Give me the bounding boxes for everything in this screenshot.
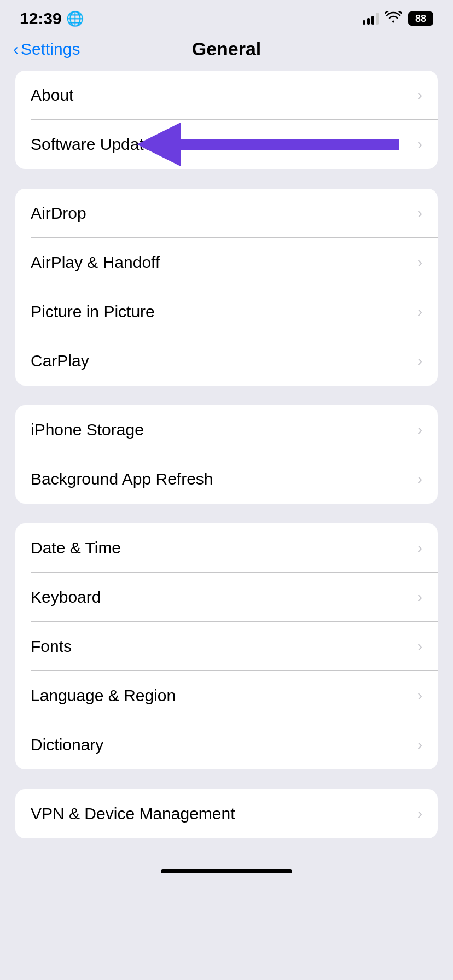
iphone-storage-label: iPhone Storage xyxy=(31,421,144,439)
svg-marker-0 xyxy=(137,122,399,166)
wifi-icon xyxy=(385,11,402,26)
settings-group-4: Date & Time › Keyboard › Fonts › Languag… xyxy=(15,523,438,769)
status-icons: 88 xyxy=(363,11,433,26)
time-label: 12:39 xyxy=(20,9,62,28)
battery-icon: 88 xyxy=(408,11,433,26)
settings-row-about[interactable]: About › xyxy=(15,71,438,120)
status-time: 12:39 🌐 xyxy=(20,9,84,28)
settings-group-1: About › Software Update › xyxy=(15,71,438,169)
keyboard-chevron-icon: › xyxy=(417,588,422,606)
language-region-chevron-icon: › xyxy=(417,687,422,704)
globe-icon: 🌐 xyxy=(66,10,84,27)
fonts-label: Fonts xyxy=(31,637,72,656)
settings-row-dictionary[interactable]: Dictionary › xyxy=(15,720,438,769)
settings-row-fonts[interactable]: Fonts › xyxy=(15,622,438,671)
about-label: About xyxy=(31,86,73,104)
picture-in-picture-label: Picture in Picture xyxy=(31,302,155,321)
arrow-annotation xyxy=(137,122,399,166)
settings-row-date-time[interactable]: Date & Time › xyxy=(15,523,438,573)
airdrop-label: AirDrop xyxy=(31,204,86,223)
settings-row-software-update[interactable]: Software Update › xyxy=(15,120,438,169)
date-time-chevron-icon: › xyxy=(417,539,422,557)
signal-icon xyxy=(363,13,379,25)
settings-row-iphone-storage[interactable]: iPhone Storage › xyxy=(15,405,438,454)
about-chevron-icon: › xyxy=(417,86,422,104)
iphone-storage-chevron-icon: › xyxy=(417,421,422,439)
settings-row-background-app-refresh[interactable]: Background App Refresh › xyxy=(15,454,438,504)
page-title: General xyxy=(192,38,262,60)
date-time-label: Date & Time xyxy=(31,539,121,557)
back-button[interactable]: ‹ Settings xyxy=(13,40,80,59)
vpn-device-management-chevron-icon: › xyxy=(417,805,422,822)
settings-group-3: iPhone Storage › Background App Refresh … xyxy=(15,405,438,504)
settings-row-carplay[interactable]: CarPlay › xyxy=(15,336,438,386)
fonts-chevron-icon: › xyxy=(417,638,422,655)
carplay-label: CarPlay xyxy=(31,352,89,370)
airdrop-chevron-icon: › xyxy=(417,205,422,222)
picture-in-picture-chevron-icon: › xyxy=(417,303,422,320)
back-chevron-icon: ‹ xyxy=(13,40,19,59)
dictionary-chevron-icon: › xyxy=(417,736,422,754)
settings-group-2: AirDrop › AirPlay & Handoff › Picture in… xyxy=(15,189,438,386)
settings-row-airplay-handoff[interactable]: AirPlay & Handoff › xyxy=(15,238,438,287)
language-region-label: Language & Region xyxy=(31,686,176,705)
settings-row-language-region[interactable]: Language & Region › xyxy=(15,671,438,720)
software-update-label: Software Update xyxy=(31,135,153,154)
settings-content: About › Software Update › AirDrop › AirP… xyxy=(0,71,453,838)
back-label: Settings xyxy=(21,40,80,59)
airplay-handoff-label: AirPlay & Handoff xyxy=(31,253,160,272)
vpn-device-management-label: VPN & Device Management xyxy=(31,804,235,823)
background-app-refresh-chevron-icon: › xyxy=(417,470,422,488)
navigation-header: ‹ Settings General xyxy=(0,33,453,71)
carplay-chevron-icon: › xyxy=(417,352,422,370)
airplay-handoff-chevron-icon: › xyxy=(417,254,422,271)
software-update-chevron-icon: › xyxy=(417,136,422,153)
keyboard-label: Keyboard xyxy=(31,588,101,606)
home-indicator xyxy=(0,858,453,879)
settings-row-vpn-device-management[interactable]: VPN & Device Management › xyxy=(15,789,438,838)
status-bar: 12:39 🌐 88 xyxy=(0,0,453,33)
settings-row-keyboard[interactable]: Keyboard › xyxy=(15,573,438,622)
home-bar xyxy=(161,869,292,873)
settings-row-airdrop[interactable]: AirDrop › xyxy=(15,189,438,238)
dictionary-label: Dictionary xyxy=(31,736,103,754)
background-app-refresh-label: Background App Refresh xyxy=(31,470,213,488)
settings-row-picture-in-picture[interactable]: Picture in Picture › xyxy=(15,287,438,336)
settings-group-5: VPN & Device Management › xyxy=(15,789,438,838)
